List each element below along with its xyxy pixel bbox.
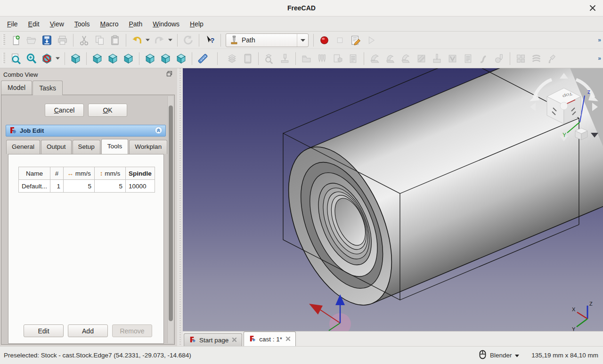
path-operations-clipboard-icon bbox=[346, 51, 360, 66]
view-top-icon[interactable] bbox=[106, 51, 120, 66]
menu-path[interactable]: Path bbox=[123, 18, 147, 30]
horizontal-feed-icon: ↔ bbox=[67, 170, 73, 177]
float-panel-icon[interactable] bbox=[166, 71, 172, 78]
macro-stop-icon bbox=[333, 33, 347, 48]
view-right-icon[interactable] bbox=[121, 51, 136, 66]
job-tab-tools[interactable]: Tools bbox=[101, 139, 129, 154]
combo-view-title-label: Combo View bbox=[3, 71, 38, 78]
toolbar-separator bbox=[220, 34, 221, 47]
cut-icon bbox=[77, 33, 91, 48]
menu-view[interactable]: View bbox=[45, 18, 69, 30]
workbench-selected-label: Path bbox=[242, 36, 293, 44]
zoom-icon[interactable] bbox=[24, 51, 39, 66]
macro-edit-icon[interactable] bbox=[348, 33, 363, 48]
toolbar-separator bbox=[313, 34, 314, 47]
toolbar-overflow-icon[interactable]: » bbox=[598, 55, 601, 62]
path-copy-icon bbox=[529, 51, 544, 66]
new-document-icon[interactable] bbox=[8, 33, 23, 48]
toolbar-separator bbox=[199, 34, 199, 47]
undo-icon[interactable] bbox=[130, 33, 144, 48]
tool-table-header-spindle[interactable]: Spindle bbox=[126, 167, 155, 180]
ok-button[interactable]: OK bbox=[88, 104, 127, 117]
view-left-icon[interactable] bbox=[174, 51, 188, 66]
path-toolbit-library-icon bbox=[315, 51, 329, 66]
tool-table-cell[interactable]: 10000 bbox=[126, 180, 155, 193]
nav-style-selector[interactable]: Blender bbox=[490, 352, 519, 359]
tool-controllers-table[interactable]: Name#↔ mm/s↕ mm/sSpindleDefault...155100… bbox=[18, 167, 155, 193]
menu-help[interactable]: Help bbox=[185, 18, 209, 30]
document-tab-start-page[interactable]: Start page bbox=[184, 333, 242, 346]
path-post-process-icon bbox=[240, 51, 255, 66]
3d-viewport[interactable]: z Y Top bbox=[183, 68, 603, 346]
close-tab-icon[interactable] bbox=[285, 336, 291, 343]
tool-table-cell[interactable]: 5 bbox=[95, 180, 126, 193]
path-job-icon bbox=[225, 51, 239, 66]
save-document-icon[interactable] bbox=[40, 33, 54, 48]
tool-table-header-#[interactable]: # bbox=[50, 167, 64, 180]
path-slot-icon bbox=[476, 51, 491, 66]
job-tab-output[interactable]: Output bbox=[41, 140, 72, 154]
menu-bar: FileEditViewToolsMacroPathWindowsHelp bbox=[0, 16, 603, 32]
toolbar-handle[interactable] bbox=[3, 53, 5, 64]
job-edit-header[interactable]: Job Edit bbox=[6, 125, 166, 137]
svg-text:?: ? bbox=[211, 36, 215, 44]
fit-all-icon[interactable] bbox=[8, 51, 23, 66]
panel-scrollbar-thumb[interactable] bbox=[169, 105, 173, 321]
draw-style-dropdown-icon[interactable] bbox=[55, 51, 61, 66]
toolbar-separator bbox=[364, 52, 364, 65]
job-tab-workplan[interactable]: Workplan bbox=[129, 140, 167, 154]
close-tab-icon[interactable] bbox=[232, 337, 237, 344]
job-tab-general[interactable]: General bbox=[6, 140, 40, 154]
collapse-chevron-icon[interactable] bbox=[155, 126, 163, 136]
combo-view-tab-model[interactable]: Model bbox=[1, 81, 32, 95]
add-tool-button[interactable]: Add bbox=[68, 324, 108, 337]
undo-dropdown-icon[interactable] bbox=[145, 33, 151, 48]
menu-tools[interactable]: Tools bbox=[69, 18, 95, 30]
tool-table-cell[interactable]: 5 bbox=[64, 180, 95, 193]
menu-macro[interactable]: Macro bbox=[95, 18, 124, 30]
close-icon[interactable] bbox=[589, 4, 596, 12]
panel-scrollbar[interactable] bbox=[167, 96, 173, 343]
combo-view-tabs: ModelTasks bbox=[1, 81, 63, 95]
toolbar-overflow-icon[interactable]: » bbox=[598, 37, 601, 43]
redo-dropdown-icon[interactable] bbox=[167, 33, 173, 48]
path-simulator-icon bbox=[277, 51, 292, 66]
edit-tool-button[interactable]: Edit bbox=[24, 324, 64, 337]
tool-table-header-mms[interactable]: ↕ mm/s bbox=[95, 167, 126, 180]
menu-file[interactable]: File bbox=[2, 18, 23, 30]
workbench-selector[interactable]: Path bbox=[226, 33, 309, 47]
tool-table-header-name[interactable]: Name bbox=[19, 167, 50, 180]
measure-distance-icon[interactable] bbox=[196, 51, 210, 66]
view-rear-icon[interactable] bbox=[143, 51, 157, 66]
view-front-icon[interactable] bbox=[90, 51, 105, 66]
draw-style-icon[interactable] bbox=[40, 51, 54, 66]
tool-table-cell[interactable]: Default... bbox=[19, 180, 50, 193]
toolbar-separator bbox=[73, 34, 73, 47]
path-toolbit-dock-icon bbox=[299, 51, 314, 66]
panel-splitter[interactable] bbox=[177, 68, 183, 346]
document-tab-cast-1-[interactable]: cast : 1* bbox=[244, 332, 296, 346]
nav-z-axis-label: z bbox=[587, 89, 590, 95]
toolbar-handle[interactable] bbox=[3, 34, 5, 46]
combo-view-tab-tasks[interactable]: Tasks bbox=[33, 81, 63, 95]
freecad-file-icon bbox=[9, 126, 16, 135]
path-tool-controller-icon bbox=[330, 51, 345, 66]
menu-windows[interactable]: Windows bbox=[147, 18, 185, 30]
cancel-button[interactable]: Cancel bbox=[45, 104, 84, 117]
macro-record-icon[interactable] bbox=[317, 33, 332, 48]
copy-icon bbox=[92, 33, 107, 48]
whats-this-icon[interactable]: ? bbox=[203, 33, 217, 48]
view-bottom-icon[interactable] bbox=[158, 51, 173, 66]
tool-table-header-mms[interactable]: ↔ mm/s bbox=[64, 167, 95, 180]
vertical-feed-icon: ↕ bbox=[100, 170, 103, 177]
window-title: FreeCAD bbox=[287, 4, 316, 12]
tool-table-row[interactable]: Default...15510000 bbox=[19, 180, 155, 193]
menu-edit[interactable]: Edit bbox=[23, 18, 45, 30]
job-tools-pane: Name#↔ mm/s↕ mm/sSpindleDefault...155100… bbox=[8, 154, 164, 344]
tool-table-cell[interactable]: 1 bbox=[50, 180, 64, 193]
toolbar-separator bbox=[510, 52, 510, 65]
job-tab-setup[interactable]: Setup bbox=[73, 140, 100, 154]
view-isometric-icon[interactable] bbox=[68, 51, 83, 66]
path-engrave-icon bbox=[461, 51, 475, 66]
workbench-dropdown-icon[interactable] bbox=[297, 34, 308, 47]
